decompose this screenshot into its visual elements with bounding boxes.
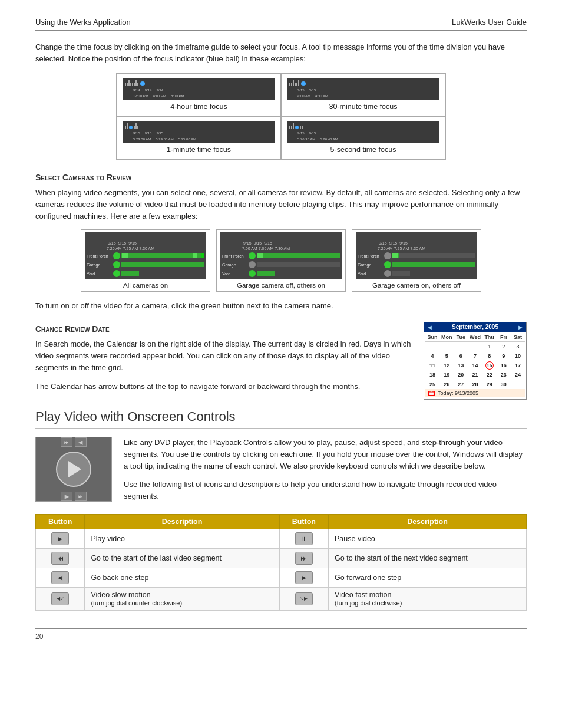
- review-date-section: Change Review Date In Search mode, the C…: [35, 322, 527, 400]
- play-video-content: ⏮ ◀| |▶ ⏭ Like any DVD player, the Playb…: [35, 437, 527, 502]
- table-row: ▶ Play video ⏸ Pause video: [36, 529, 527, 548]
- controls-table: Button Description Button Description ▶ …: [35, 514, 527, 611]
- btn-fast-cell: ↘▶: [279, 587, 328, 610]
- fwd-step-icon: |▶: [295, 571, 313, 584]
- play-button-icon: ▶: [51, 532, 69, 545]
- camera-caption-garage-off: Garage camera off, others on: [220, 282, 342, 289]
- camera-grid: 9/15 9/15 9/15 7:25 AM7:25 AM7:30 AM Fro…: [35, 229, 527, 292]
- camera-cell-all-on: 9/15 9/15 9/15 7:25 AM7:25 AM7:30 AM Fro…: [81, 229, 210, 292]
- time-focus-1min: 9/159/159/15 5:23:00 AM5:24:00 AM5:25:00…: [117, 116, 281, 159]
- 1min-label: 1-minute time focus: [123, 146, 275, 154]
- select-cameras-text: When playing video segments, you can sel…: [35, 187, 527, 222]
- back-step-icon: ◀|: [51, 571, 69, 584]
- camera-screenshot-garage-off: 9/15 9/15 9/15 7:00 AM7:05 AM7:30 AM Fro…: [220, 232, 342, 279]
- fast-motion-desc: Video fast motion(turn jog dial clockwis…: [329, 587, 527, 610]
- header-left: Using the Werks Application: [35, 18, 131, 27]
- day-sat: Sat: [511, 333, 525, 341]
- calendar-next[interactable]: ►: [517, 324, 524, 331]
- day-tue: Tue: [454, 333, 468, 341]
- calendar-prev[interactable]: ◄: [427, 324, 433, 331]
- page-number: 20: [35, 633, 43, 641]
- calendar-month: September, 2005: [452, 324, 498, 330]
- time-focus-5sec: 9/159/15 5:26:35 AM5:26:40 AM 5-second t…: [281, 116, 445, 159]
- day-wed: Wed: [468, 333, 482, 341]
- calendar-header: ◄ September, 2005 ►: [424, 322, 526, 332]
- pause-desc: Pause video: [329, 529, 527, 548]
- camera-screenshot-garage-on: 9/15 9/15 9/15 7:25 AM7:25 AM7:30 AM Fro…: [356, 232, 477, 279]
- 5sec-label: 5-second time focus: [287, 146, 439, 154]
- 30min-label: 30-minute time focus: [287, 103, 439, 111]
- pause-button-icon: ⏸: [295, 532, 313, 545]
- camera-cell-garage-on: 9/15 9/15 9/15 7:25 AM7:25 AM7:30 AM Fro…: [352, 229, 481, 292]
- camera-screenshot-all-on: 9/15 9/15 9/15 7:25 AM7:25 AM7:30 AM Fro…: [85, 232, 206, 279]
- review-date-text: Change Review Date In Search mode, the C…: [35, 322, 412, 400]
- calendar-today: 📅 Today: 9/13/2005: [425, 389, 525, 397]
- fast-motion-icon: ↘▶: [295, 592, 313, 605]
- page-header: Using the Werks Application LukWerks Use…: [35, 18, 527, 31]
- play-video-text2: Use the following list of icons and desc…: [124, 479, 527, 502]
- table-row: ◀| Go back one step |▶ Go forward one st…: [36, 568, 527, 587]
- slow-motion-icon: ◀↙: [51, 592, 69, 605]
- footer: 20: [35, 628, 527, 641]
- table-row: ⏮ Go to the start of the last video segm…: [36, 548, 527, 568]
- time-focus-4hour: 9/149/149/14 12:00 PM4:00 PM8:00 PM 4-ho…: [117, 73, 281, 116]
- btn-prev-cell: ⏮: [36, 548, 85, 568]
- btn-back-step-cell: ◀|: [36, 568, 85, 587]
- next-segment-desc: Go to the start of the next video segmen…: [329, 548, 527, 568]
- camera-caption-garage-on: Garage camera on, others off: [356, 282, 477, 289]
- camera-cell-garage-off: 9/15 9/15 9/15 7:00 AM7:05 AM7:30 AM Fro…: [216, 229, 346, 292]
- day-mon: Mon: [439, 333, 454, 341]
- playback-image: ⏮ ◀| |▶ ⏭: [35, 437, 112, 502]
- play-video-text1: Like any DVD player, the Playback Contro…: [124, 437, 527, 472]
- play-circle[interactable]: [56, 452, 91, 487]
- day-sun: Sun: [425, 333, 439, 341]
- camera-caption-all-on: All cameras on: [85, 282, 206, 289]
- review-date-text1: In Search mode, the Calendar is on the r…: [35, 338, 412, 374]
- table-row: ◀↙ Video slow motion(turn jog dial count…: [36, 587, 527, 610]
- select-cameras-heading: Select Cameras to Review: [35, 173, 527, 182]
- btn-next-cell: ⏭: [279, 548, 328, 568]
- intro-text: Change the time focus by clicking on the…: [35, 41, 527, 64]
- calendar-widget: ◄ September, 2005 ► Sun Mon Tue Wed Thu …: [424, 322, 527, 400]
- calendar-grid: 1 2 3 4 5 6 7 8 9 10 11 12 13 14 15: [425, 342, 525, 389]
- prev-segment-icon: ⏮: [51, 552, 69, 565]
- day-thu: Thu: [482, 333, 497, 341]
- 4hour-label: 4-hour time focus: [123, 103, 275, 111]
- change-review-heading: Change Review Date: [35, 324, 412, 334]
- col-desc1-header: Description: [85, 514, 279, 529]
- review-date-text2: The Calendar has arrow buttons at the to…: [35, 381, 412, 393]
- col-button1-header: Button: [36, 514, 85, 529]
- back-step-desc: Go back one step: [85, 568, 279, 587]
- calendar-body: Sun Mon Tue Wed Thu Fri Sat 1 2 3: [424, 332, 526, 398]
- calendar-today-text: Today: 9/13/2005: [438, 390, 478, 396]
- col-desc2-header: Description: [329, 514, 527, 529]
- btn-fwd-step-cell: |▶: [279, 568, 328, 587]
- calendar-days-header: Sun Mon Tue Wed Thu Fri Sat: [425, 333, 525, 342]
- day-fri: Fri: [497, 333, 511, 341]
- next-segment-icon: ⏭: [295, 552, 313, 565]
- btn-play-cell: ▶: [36, 529, 85, 548]
- prev-segment-desc: Go to the start of the last video segmen…: [85, 548, 279, 568]
- circled-day[interactable]: 15: [485, 361, 494, 370]
- btn-pause-cell: ⏸: [279, 529, 328, 548]
- play-video-heading: Play Video with Onscreen Controls: [35, 409, 527, 429]
- turn-on-text: To turn on or off the video for a camera…: [35, 300, 527, 312]
- play-desc: Play video: [85, 529, 279, 548]
- btn-slow-cell: ◀↙: [36, 587, 85, 610]
- time-focus-grid: 9/149/149/14 12:00 PM4:00 PM8:00 PM 4-ho…: [116, 73, 446, 160]
- fwd-step-desc: Go forward one step: [329, 568, 527, 587]
- header-right: LukWerks User Guide: [452, 18, 527, 27]
- slow-motion-desc: Video slow motion(turn jog dial counter-…: [85, 587, 279, 610]
- time-focus-30min: 3/153/15 4:00 AM4:30 AM 30-minute time f…: [281, 73, 445, 116]
- play-video-text: Like any DVD player, the Playback Contro…: [124, 437, 527, 502]
- col-button2-header: Button: [279, 514, 328, 529]
